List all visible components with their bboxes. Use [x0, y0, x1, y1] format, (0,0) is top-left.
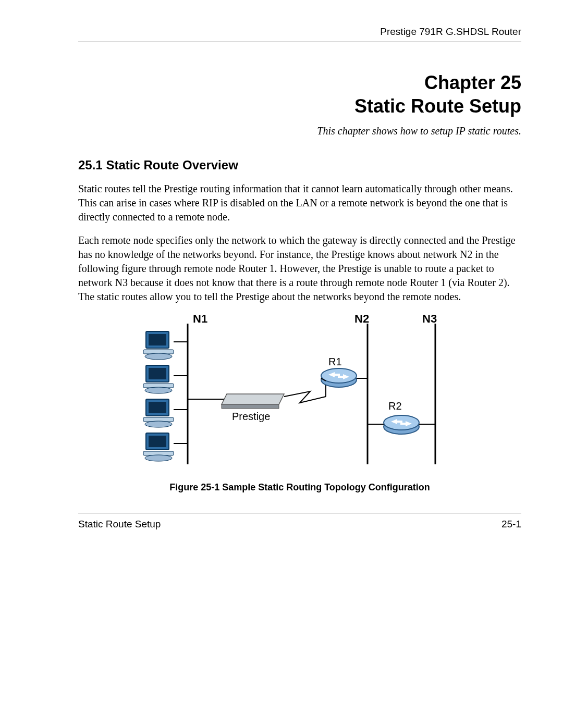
page: Prestige 791R G.SHDSL Router Chapter 25 … — [0, 0, 563, 728]
figure: N1 N2 N3 R1 R2 Prestige Figure 25-1 Samp… — [78, 313, 521, 493]
router-r1-icon — [321, 368, 368, 387]
topology-diagram-icon: N1 N2 N3 R1 R2 Prestige — [123, 313, 477, 470]
running-header: Prestige 791R G.SHDSL Router — [78, 26, 521, 42]
label-n1: N1 — [193, 313, 207, 325]
figure-caption: Figure 25-1 Sample Static Routing Topolo… — [78, 482, 521, 493]
svg-marker-25 — [222, 404, 279, 409]
pc-icon — [143, 433, 188, 461]
svg-point-21 — [145, 455, 172, 461]
body-paragraph: Static routes tell the Prestige routing … — [78, 182, 521, 224]
label-prestige: Prestige — [232, 411, 270, 422]
chapter-subtitle: This chapter shows how to setup IP stati… — [42, 125, 521, 137]
chapter-number: Chapter 25 — [42, 71, 521, 94]
pc-icon — [143, 365, 188, 393]
router-r2-icon — [368, 415, 435, 434]
svg-rect-19 — [149, 436, 166, 447]
svg-marker-24 — [222, 394, 284, 404]
svg-point-6 — [145, 353, 172, 360]
chapter-heading-block: Chapter 25 Static Route Setup This chapt… — [42, 71, 521, 137]
label-n2: N2 — [354, 313, 369, 325]
chapter-title: Static Route Setup — [42, 94, 521, 118]
svg-point-11 — [145, 387, 172, 393]
footer-page-number: 25-1 — [501, 519, 521, 530]
svg-rect-4 — [149, 334, 166, 346]
body-paragraph: Each remote node specifies only the netw… — [78, 233, 521, 304]
label-n3: N3 — [422, 313, 437, 325]
footer-section-name: Static Route Setup — [78, 519, 161, 530]
prestige-device-icon — [188, 381, 326, 409]
page-footer: Static Route Setup 25-1 — [78, 513, 521, 530]
svg-rect-9 — [149, 368, 166, 379]
svg-rect-14 — [149, 402, 166, 413]
section-heading: 25.1 Static Route Overview — [78, 158, 521, 172]
pc-icon — [143, 331, 188, 360]
svg-point-16 — [145, 421, 172, 427]
label-r2: R2 — [388, 400, 402, 412]
pc-icon — [143, 399, 188, 427]
label-r1: R1 — [328, 356, 342, 367]
